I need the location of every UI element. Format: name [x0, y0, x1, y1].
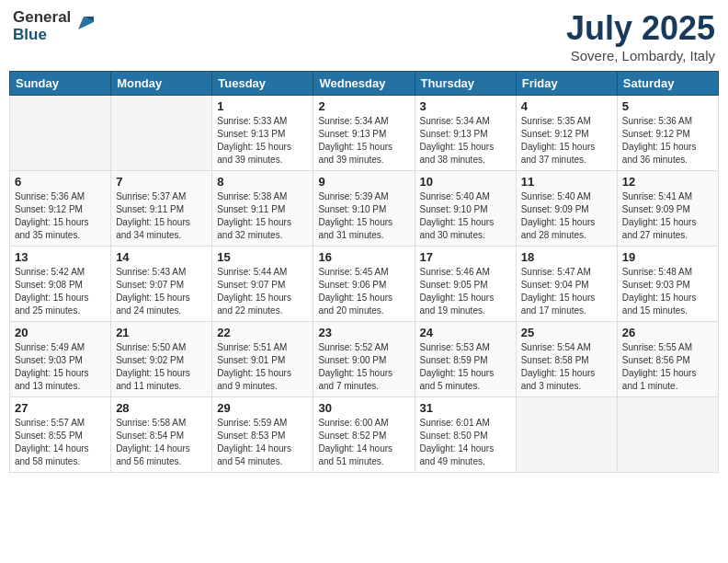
day-info: Sunrise: 5:34 AM Sunset: 9:13 PM Dayligh…	[318, 115, 409, 167]
day-number: 5	[622, 99, 713, 113]
day-number: 2	[318, 99, 409, 113]
weekday-sunday: Sunday	[10, 72, 111, 96]
weekday-tuesday: Tuesday	[212, 72, 313, 96]
day-info: Sunrise: 5:40 AM Sunset: 9:09 PM Dayligh…	[521, 190, 612, 242]
calendar-cell: 10Sunrise: 5:40 AM Sunset: 9:10 PM Dayli…	[415, 171, 516, 247]
calendar-cell	[516, 397, 617, 473]
calendar-cell: 17Sunrise: 5:46 AM Sunset: 9:05 PM Dayli…	[415, 247, 516, 322]
day-number: 20	[15, 326, 106, 339]
calendar-cell: 1Sunrise: 5:33 AM Sunset: 9:13 PM Daylig…	[212, 96, 313, 171]
day-number: 7	[116, 175, 207, 189]
calendar-cell: 27Sunrise: 5:57 AM Sunset: 8:55 PM Dayli…	[10, 397, 111, 473]
day-number: 9	[318, 175, 409, 189]
day-number: 17	[420, 250, 511, 264]
calendar-cell: 16Sunrise: 5:45 AM Sunset: 9:06 PM Dayli…	[313, 247, 415, 322]
weekday-friday: Friday	[516, 72, 617, 96]
day-info: Sunrise: 5:39 AM Sunset: 9:10 PM Dayligh…	[318, 190, 409, 242]
day-number: 19	[622, 250, 713, 264]
calendar-week-3: 13Sunrise: 5:42 AM Sunset: 9:08 PM Dayli…	[10, 247, 719, 322]
day-info: Sunrise: 5:35 AM Sunset: 9:12 PM Dayligh…	[521, 115, 612, 167]
day-info: Sunrise: 5:36 AM Sunset: 9:12 PM Dayligh…	[15, 190, 106, 242]
day-info: Sunrise: 5:43 AM Sunset: 9:07 PM Dayligh…	[116, 266, 207, 317]
weekday-monday: Monday	[111, 72, 212, 96]
day-number: 12	[622, 175, 713, 189]
calendar-cell: 24Sunrise: 5:53 AM Sunset: 8:59 PM Dayli…	[415, 322, 516, 397]
logo-blue: Blue	[13, 27, 71, 44]
weekday-header-row: SundayMondayTuesdayWednesdayThursdayFrid…	[10, 72, 719, 96]
day-info: Sunrise: 5:58 AM Sunset: 8:54 PM Dayligh…	[116, 417, 207, 468]
day-number: 29	[217, 401, 308, 415]
calendar-cell: 31Sunrise: 6:01 AM Sunset: 8:50 PM Dayli…	[415, 397, 516, 473]
day-number: 15	[217, 250, 308, 264]
calendar-cell: 25Sunrise: 5:54 AM Sunset: 8:58 PM Dayli…	[516, 322, 617, 397]
day-info: Sunrise: 5:44 AM Sunset: 9:07 PM Dayligh…	[217, 266, 308, 317]
calendar-cell: 3Sunrise: 5:34 AM Sunset: 9:13 PM Daylig…	[415, 96, 516, 171]
calendar-cell	[10, 96, 111, 171]
day-number: 26	[622, 326, 713, 339]
day-info: Sunrise: 5:38 AM Sunset: 9:11 PM Dayligh…	[217, 190, 308, 242]
logo-general: General	[13, 9, 71, 27]
calendar-cell: 2Sunrise: 5:34 AM Sunset: 9:13 PM Daylig…	[313, 96, 415, 171]
day-number: 3	[420, 99, 511, 113]
day-info: Sunrise: 5:42 AM Sunset: 9:08 PM Dayligh…	[15, 266, 106, 317]
day-info: Sunrise: 5:54 AM Sunset: 8:58 PM Dayligh…	[521, 341, 612, 393]
calendar-week-2: 6Sunrise: 5:36 AM Sunset: 9:12 PM Daylig…	[10, 171, 719, 247]
calendar-cell: 4Sunrise: 5:35 AM Sunset: 9:12 PM Daylig…	[516, 96, 617, 171]
calendar-cell: 9Sunrise: 5:39 AM Sunset: 9:10 PM Daylig…	[313, 171, 415, 247]
day-info: Sunrise: 5:37 AM Sunset: 9:11 PM Dayligh…	[116, 190, 207, 242]
calendar-cell: 28Sunrise: 5:58 AM Sunset: 8:54 PM Dayli…	[111, 397, 212, 473]
weekday-thursday: Thursday	[415, 72, 516, 96]
day-info: Sunrise: 5:59 AM Sunset: 8:53 PM Dayligh…	[217, 417, 308, 468]
calendar-cell: 5Sunrise: 5:36 AM Sunset: 9:12 PM Daylig…	[617, 96, 718, 171]
calendar-cell	[111, 96, 212, 171]
location-title: Sovere, Lombardy, Italy	[566, 48, 715, 63]
day-number: 30	[318, 401, 409, 415]
day-number: 11	[521, 175, 612, 189]
day-number: 31	[420, 401, 511, 415]
calendar-week-5: 27Sunrise: 5:57 AM Sunset: 8:55 PM Dayli…	[10, 397, 719, 473]
day-info: Sunrise: 5:48 AM Sunset: 9:03 PM Dayligh…	[622, 266, 713, 317]
day-number: 22	[217, 326, 308, 339]
day-info: Sunrise: 5:36 AM Sunset: 9:12 PM Dayligh…	[622, 115, 713, 167]
day-info: Sunrise: 5:41 AM Sunset: 9:09 PM Dayligh…	[622, 190, 713, 242]
calendar-cell: 22Sunrise: 5:51 AM Sunset: 9:01 PM Dayli…	[212, 322, 313, 397]
calendar-cell	[617, 397, 718, 473]
day-info: Sunrise: 5:55 AM Sunset: 8:56 PM Dayligh…	[622, 341, 713, 393]
day-number: 21	[116, 326, 207, 339]
logo-icon	[74, 13, 94, 33]
day-info: Sunrise: 5:57 AM Sunset: 8:55 PM Dayligh…	[15, 417, 106, 468]
day-info: Sunrise: 5:52 AM Sunset: 9:00 PM Dayligh…	[318, 341, 409, 393]
day-info: Sunrise: 5:40 AM Sunset: 9:10 PM Dayligh…	[420, 190, 511, 242]
calendar-cell: 21Sunrise: 5:50 AM Sunset: 9:02 PM Dayli…	[111, 322, 212, 397]
day-info: Sunrise: 6:00 AM Sunset: 8:52 PM Dayligh…	[318, 417, 409, 468]
day-info: Sunrise: 6:01 AM Sunset: 8:50 PM Dayligh…	[420, 417, 511, 468]
day-info: Sunrise: 5:50 AM Sunset: 9:02 PM Dayligh…	[116, 341, 207, 393]
weekday-wednesday: Wednesday	[313, 72, 415, 96]
day-info: Sunrise: 5:49 AM Sunset: 9:03 PM Dayligh…	[15, 341, 106, 393]
calendar-cell: 20Sunrise: 5:49 AM Sunset: 9:03 PM Dayli…	[10, 322, 111, 397]
month-title: July 2025	[566, 9, 715, 48]
calendar-cell: 26Sunrise: 5:55 AM Sunset: 8:56 PM Dayli…	[617, 322, 718, 397]
day-number: 28	[116, 401, 207, 415]
calendar-cell: 8Sunrise: 5:38 AM Sunset: 9:11 PM Daylig…	[212, 171, 313, 247]
day-number: 18	[521, 250, 612, 264]
day-info: Sunrise: 5:34 AM Sunset: 9:13 PM Dayligh…	[420, 115, 511, 167]
calendar-cell: 18Sunrise: 5:47 AM Sunset: 9:04 PM Dayli…	[516, 247, 617, 322]
page-header: General Blue July 2025 Sovere, Lombardy,…	[9, 9, 719, 63]
day-info: Sunrise: 5:53 AM Sunset: 8:59 PM Dayligh…	[420, 341, 511, 393]
day-info: Sunrise: 5:33 AM Sunset: 9:13 PM Dayligh…	[217, 115, 308, 167]
calendar-cell: 11Sunrise: 5:40 AM Sunset: 9:09 PM Dayli…	[516, 171, 617, 247]
calendar-cell: 14Sunrise: 5:43 AM Sunset: 9:07 PM Dayli…	[111, 247, 212, 322]
calendar-cell: 19Sunrise: 5:48 AM Sunset: 9:03 PM Dayli…	[617, 247, 718, 322]
day-number: 23	[318, 326, 409, 339]
calendar-week-1: 1Sunrise: 5:33 AM Sunset: 9:13 PM Daylig…	[10, 96, 719, 171]
calendar-week-4: 20Sunrise: 5:49 AM Sunset: 9:03 PM Dayli…	[10, 322, 719, 397]
day-number: 14	[116, 250, 207, 264]
calendar-cell: 29Sunrise: 5:59 AM Sunset: 8:53 PM Dayli…	[212, 397, 313, 473]
day-number: 8	[217, 175, 308, 189]
title-block: July 2025 Sovere, Lombardy, Italy	[566, 9, 715, 63]
calendar-cell: 12Sunrise: 5:41 AM Sunset: 9:09 PM Dayli…	[617, 171, 718, 247]
calendar-cell: 13Sunrise: 5:42 AM Sunset: 9:08 PM Dayli…	[10, 247, 111, 322]
day-number: 4	[521, 99, 612, 113]
logo: General Blue	[13, 9, 94, 43]
